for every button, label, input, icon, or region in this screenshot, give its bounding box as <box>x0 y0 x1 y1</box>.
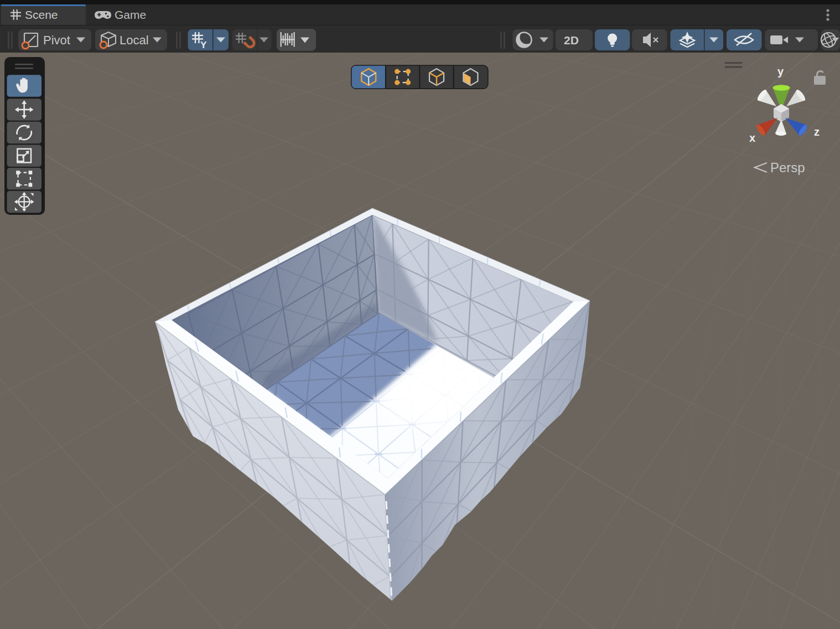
svg-text:x: x <box>749 132 755 144</box>
svg-text:2D: 2D <box>564 34 579 47</box>
svg-text:Game: Game <box>115 8 146 21</box>
svg-text:Persp: Persp <box>770 160 805 175</box>
svg-text:Pivot: Pivot <box>43 33 70 47</box>
svg-text:Scene: Scene <box>25 8 58 21</box>
svg-text:y: y <box>777 65 784 78</box>
svg-text:z: z <box>814 126 820 138</box>
svg-text:Y: Y <box>200 40 207 50</box>
svg-text:Local: Local <box>120 33 149 47</box>
